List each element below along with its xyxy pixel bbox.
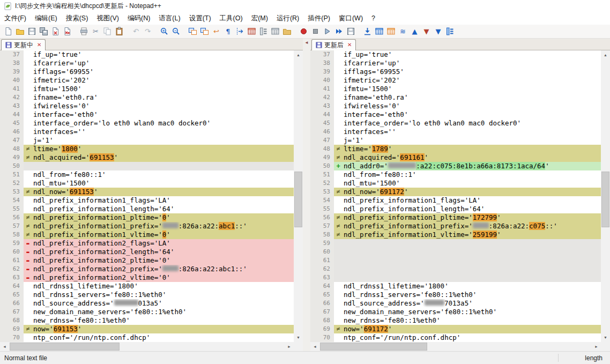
editor-right[interactable]: 37if_up='true'38ifcarrier='up'39ifflags=… — [310, 50, 601, 342]
code-line[interactable]: 64ndl_rdnss1_lifetime='1800' — [0, 282, 294, 291]
code-line[interactable]: 39ifflags='69955' — [310, 68, 601, 76]
code-line[interactable]: 50+ndl_addr0=' :a22:c075:8e1b:a66a:8173:… — [310, 162, 601, 170]
code-line[interactable]: 61▬ndl_prefix_information2_pltime='0' — [0, 256, 294, 265]
set-first-compare-icon[interactable] — [362, 26, 373, 37]
word-wrap-icon[interactable]: ↩ — [211, 26, 222, 37]
code-line[interactable]: 55ndl_prefix_information1_length='64' — [310, 205, 601, 213]
code-line[interactable]: 48≠ltime='1800' — [0, 145, 294, 153]
code-line[interactable]: 59 — [310, 239, 601, 248]
code-line[interactable]: 60 — [310, 248, 601, 256]
code-line[interactable]: 42ifname='eth0.ra' — [0, 93, 294, 102]
show-all-chars-icon[interactable]: ¶ — [222, 26, 234, 37]
menu-item-help[interactable]: ? — [367, 12, 380, 24]
scroll-left-icon[interactable]: ◄ — [0, 342, 9, 351]
code-line[interactable]: 62▬ndl_prefix_information2_prefix=' :826… — [0, 265, 294, 273]
code-line[interactable]: 56≠ndl_prefix_information1_pltime='17279… — [310, 213, 601, 222]
code-line[interactable]: 46interfaces='' — [0, 128, 294, 136]
code-line[interactable]: 37if_up='true' — [310, 50, 601, 59]
scroll-left-icon[interactable]: ◄ — [310, 342, 319, 351]
zoom-in-icon[interactable]: + — [159, 26, 170, 37]
editor-left[interactable]: 37if_up='true'38ifcarrier='up'39ifflags=… — [0, 50, 294, 342]
menu-item-edit[interactable]: 编辑(E) — [31, 12, 62, 25]
code-line[interactable]: 45interface_order='lo eth0 wlan0 mac0 do… — [310, 119, 601, 128]
code-line[interactable]: 69≠now='691153' — [0, 325, 294, 333]
code-line[interactable]: 61 — [310, 256, 601, 265]
code-line[interactable]: 64ndl_rdnss1_lifetime='1800' — [310, 282, 601, 291]
scroll-up-icon[interactable]: ▲ — [294, 50, 303, 60]
menu-item-search[interactable]: 搜索(S) — [62, 12, 93, 25]
scroll-down-icon[interactable]: ▼ — [294, 333, 303, 342]
code-line[interactable]: 44interface='eth0' — [0, 110, 294, 119]
menu-item-language[interactable]: 语言(L) — [154, 12, 184, 25]
code-line[interactable]: 51ndl_from='fe80::1' — [0, 170, 294, 179]
clear-compare-icon[interactable]: ≋ — [397, 26, 408, 37]
code-line[interactable]: 41ifmtu='1500' — [310, 85, 601, 93]
code-line[interactable]: 63 — [310, 273, 601, 282]
nav-bar-icon[interactable] — [444, 26, 456, 37]
code-line[interactable]: 54ndl_prefix_information1_flags='LA' — [310, 196, 601, 205]
open-icon[interactable] — [14, 26, 26, 37]
code-line[interactable]: 38ifcarrier='up' — [310, 59, 601, 68]
indent-guide-icon[interactable] — [234, 26, 246, 37]
code-line[interactable]: 42ifname='eth0.ra' — [310, 93, 601, 102]
code-line[interactable]: 70ntp_conf='/run/ntp.conf.dhcp' — [310, 333, 601, 342]
code-line[interactable]: 37if_up='true' — [0, 50, 294, 59]
code-line[interactable]: 40ifmetric='202' — [0, 76, 294, 85]
code-line[interactable]: 65ndl_rdnss1_servers='fe80::1%eth0' — [310, 291, 601, 299]
scroll-right-icon[interactable]: ► — [592, 342, 601, 351]
code-line[interactable]: 52ndl_mtu='1500' — [0, 179, 294, 188]
menu-item-tools[interactable]: 工具(O) — [215, 12, 247, 25]
record-macro-icon[interactable] — [298, 26, 309, 37]
code-line[interactable]: 47j='1' — [0, 136, 294, 145]
code-line[interactable]: 40ifmetric='202' — [310, 76, 601, 85]
redo-icon[interactable]: ↷ — [142, 26, 153, 37]
code-line[interactable]: 53≠ndl_now='691172' — [310, 188, 601, 196]
sync-v-scroll-icon[interactable] — [187, 26, 198, 37]
code-line[interactable]: 47j='1' — [310, 136, 601, 145]
paste-icon[interactable] — [114, 26, 125, 37]
last-diff-icon[interactable]: ▼ — [433, 26, 444, 37]
scroll-right-icon[interactable]: ► — [285, 342, 294, 351]
scroll-thumb[interactable] — [601, 172, 609, 227]
prev-diff-icon[interactable]: ▲ — [409, 26, 420, 37]
code-line[interactable]: 49≠ndl_acquired='691153' — [0, 153, 294, 162]
code-line[interactable]: 46interfaces='' — [310, 128, 601, 136]
next-diff-icon[interactable]: ▼ — [421, 26, 432, 37]
code-line[interactable]: 41ifmtu='1500' — [0, 85, 294, 93]
code-line[interactable]: 58≠ndl_prefix_information1_vltime='0' — [0, 231, 294, 239]
code-line[interactable]: 58≠ndl_prefix_information1_vltime='25919… — [310, 231, 601, 239]
menu-item-macro[interactable]: 宏(M) — [247, 12, 272, 25]
play-macro-icon[interactable] — [322, 26, 333, 37]
tab-close-icon[interactable]: ✕ — [37, 42, 41, 48]
code-line[interactable]: 38ifcarrier='up' — [0, 59, 294, 68]
code-line[interactable]: 66ndl_source_address=' 7013a5' — [310, 299, 601, 308]
code-line[interactable]: 66ndl_source_address=' 013a5' — [0, 299, 294, 308]
doc-list-icon[interactable] — [270, 26, 281, 37]
code-line[interactable]: 67new_domain_name_servers='fe80::1%eth0' — [310, 308, 601, 316]
code-line[interactable]: 70ntp_conf='/run/ntp.conf.dhcp' — [0, 333, 294, 342]
menu-item-view[interactable]: 视图(V) — [92, 12, 123, 25]
code-line[interactable]: 44interface='eth0' — [310, 110, 601, 119]
folder-workspace-icon[interactable] — [281, 26, 293, 37]
code-line[interactable]: 43ifwireless='0' — [0, 102, 294, 110]
scroll-thumb[interactable] — [294, 172, 302, 227]
new-file-icon[interactable] — [3, 26, 14, 37]
sync-h-scroll-icon[interactable] — [199, 26, 210, 37]
h-scrollbar-left[interactable]: ◄ ► — [0, 342, 294, 351]
scroll-thumb[interactable] — [10, 343, 120, 351]
code-line[interactable]: 48≠ltime='1789' — [310, 145, 601, 153]
code-line[interactable]: 68new_rdnss='fe80::1%eth0' — [0, 316, 294, 325]
compare-lines-icon[interactable] — [385, 26, 397, 37]
code-line[interactable]: 59▬ndl_prefix_information2_flags='LA' — [0, 239, 294, 248]
code-line[interactable]: 56≠ndl_prefix_information1_pltime='0' — [0, 213, 294, 222]
splitter-collapse-icon[interactable]: ◄ — [303, 40, 310, 45]
code-line[interactable]: 52ndl_mtu='1500' — [310, 179, 601, 188]
function-list-icon[interactable] — [246, 26, 257, 37]
code-line[interactable]: 63▬ndl_prefix_information2_vltime='0' — [0, 273, 294, 282]
zoom-out-icon[interactable]: − — [170, 26, 182, 37]
tab-updating[interactable]: 更新中 ✕ — [1, 39, 46, 50]
code-line[interactable]: 57≠ndl_prefix_information1_prefix=' :826… — [0, 222, 294, 231]
close-all-icon[interactable] — [62, 26, 73, 37]
code-line[interactable]: 60▬ndl_prefix_information2_length='64' — [0, 248, 294, 256]
code-line[interactable]: 57≠ndl_prefix_information1_prefix=' :826… — [310, 222, 601, 231]
